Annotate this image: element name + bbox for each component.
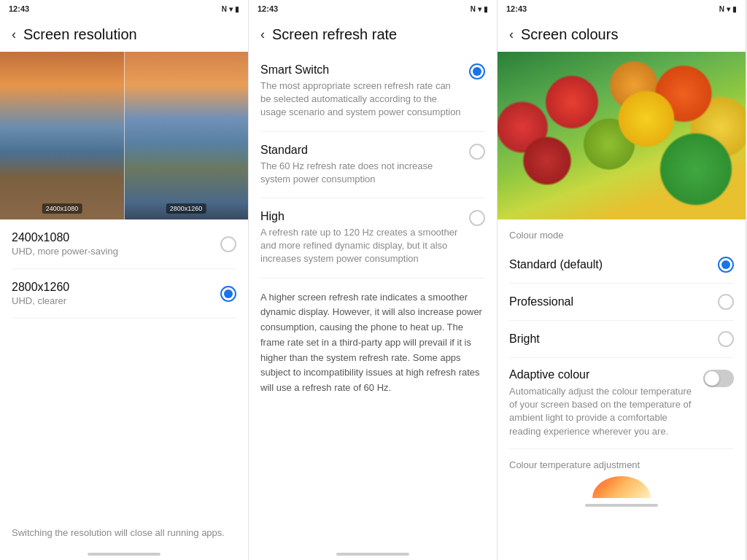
time-1: 12:43	[9, 4, 29, 13]
wifi-icon: ▾	[229, 5, 233, 13]
refresh-opt-desc-2: A refresh rate up to 120 Hz creates a sm…	[260, 226, 462, 266]
res-sub-1: UHD, clearer	[12, 295, 69, 306]
refresh-text-0: Smart Switch The most appropriate screen…	[260, 63, 462, 120]
colour-option-0[interactable]: Standard (default)	[509, 246, 734, 284]
resolution-preview: 2400x1080 2800x1260	[0, 52, 248, 219]
refresh-opt-title-1: Standard	[260, 144, 462, 157]
image-divider	[124, 52, 125, 219]
status-bar-3: 12:43 N ▾ ▮	[498, 0, 746, 18]
adaptive-title: Adaptive colour	[509, 368, 694, 381]
adaptive-desc: Automatically adjust the colour temperat…	[509, 385, 694, 438]
refresh-header: ‹ Screen refresh rate	[249, 18, 497, 52]
toggle-knob	[705, 371, 719, 386]
back-button-3[interactable]: ‹	[509, 27, 514, 42]
resolution-note: Switching the resolution will close all …	[0, 518, 248, 547]
refresh-opt-title-0: Smart Switch	[260, 63, 462, 77]
wifi-icon-3: ▾	[727, 5, 730, 13]
screen-refresh-panel: 12:43 N ▾ ▮ ‹ Screen refresh rate Smart …	[249, 0, 498, 560]
refresh-option-1[interactable]: Standard The 60 Hz refresh rate does not…	[260, 132, 485, 198]
status-icons-3: N ▾ ▮	[719, 5, 737, 13]
network-icon-2: N	[471, 5, 476, 13]
refresh-option-0[interactable]: Smart Switch The most appropriate screen…	[260, 52, 485, 132]
res-sub-0: UHD, more power-saving	[12, 246, 118, 257]
res-label-group-1: 2800x1260 UHD, clearer	[12, 281, 69, 306]
screen-colours-panel: 12:43 N ▾ ▮ ‹ Screen colours Colour mode…	[498, 0, 746, 560]
battery-icon-3: ▮	[732, 5, 737, 13]
network-icon-3: N	[719, 5, 724, 13]
battery-icon: ▮	[235, 5, 239, 13]
res-label-right: 2800x1260	[166, 203, 206, 214]
refresh-content: Smart Switch The most appropriate screen…	[249, 52, 497, 547]
colour-opt-name-0: Standard (default)	[509, 258, 603, 271]
resolution-options: 2400x1080 UHD, more power-saving 2800x12…	[0, 219, 248, 518]
refresh-text-1: Standard The 60 Hz refresh rate does not…	[260, 144, 462, 186]
wifi-icon-2: ▾	[478, 5, 481, 13]
colours-options: Colour mode Standard (default) Professio…	[498, 219, 746, 498]
refresh-option-2[interactable]: High A refresh rate up to 120 Hz creates…	[260, 198, 485, 279]
colour-temp-label: Colour temperature adjustment	[509, 449, 734, 476]
colour-opt-name-1: Professional	[509, 295, 573, 308]
time-2: 12:43	[258, 4, 278, 13]
fruit-image	[498, 52, 746, 219]
back-button-2[interactable]: ‹	[260, 27, 265, 42]
res-title-1: 2800x1260	[12, 281, 69, 294]
colour-radio-0[interactable]	[718, 257, 734, 273]
refresh-opt-desc-0: The most appropriate screen refresh rate…	[260, 79, 462, 120]
status-bar-2: 12:43 N ▾ ▮	[249, 0, 497, 18]
colour-radio-inner-0	[721, 260, 730, 269]
adaptive-text: Adaptive colour Automatically adjust the…	[509, 368, 694, 438]
refresh-radio-2[interactable]	[469, 210, 485, 226]
refresh-radio-1[interactable]	[469, 144, 485, 160]
resolution-image-right: 2800x1260	[124, 52, 248, 219]
colour-radio-1[interactable]	[718, 294, 734, 310]
status-bar-1: 12:43 N ▾ ▮	[0, 0, 248, 18]
home-indicator-1	[88, 553, 160, 556]
radio-0[interactable]	[220, 236, 236, 252]
radio-1[interactable]	[220, 286, 236, 302]
res-label-left: 2400x1080	[42, 203, 82, 214]
bottom-bar-2	[249, 547, 497, 560]
bottom-bar-3	[498, 498, 746, 511]
screen-resolution-panel: 12:43 N ▾ ▮ ‹ Screen resolution 2400x108…	[0, 0, 249, 560]
refresh-opt-desc-1: The 60 Hz refresh rate does not increase…	[260, 160, 462, 186]
status-icons-2: N ▾ ▮	[471, 5, 488, 13]
colours-title: Screen colours	[521, 26, 618, 43]
home-indicator-3	[585, 504, 658, 507]
back-button-1[interactable]: ‹	[12, 27, 16, 42]
colours-image	[498, 52, 746, 219]
resolution-header: ‹ Screen resolution	[0, 18, 248, 52]
resolution-title: Screen resolution	[23, 26, 137, 43]
refresh-title: Screen refresh rate	[272, 26, 397, 43]
adaptive-row: Adaptive colour Automatically adjust the…	[509, 368, 734, 438]
colour-opt-name-2: Bright	[509, 332, 540, 346]
res-label-group-0: 2400x1080 UHD, more power-saving	[12, 231, 118, 257]
refresh-text-2: High A refresh rate up to 120 Hz creates…	[260, 210, 462, 266]
refresh-radio-inner-0	[473, 67, 481, 76]
colour-mode-label: Colour mode	[509, 219, 734, 246]
colours-header: ‹ Screen colours	[498, 18, 746, 52]
resolution-option-1[interactable]: 2800x1260 UHD, clearer	[12, 269, 236, 319]
colour-radio-2[interactable]	[718, 331, 734, 347]
status-icons-1: N ▾ ▮	[222, 5, 239, 13]
time-3: 12:43	[506, 4, 527, 13]
network-icon: N	[222, 5, 227, 13]
bottom-bar-1	[0, 547, 248, 560]
battery-icon-2: ▮	[484, 5, 488, 13]
adaptive-toggle[interactable]	[703, 370, 734, 387]
resolution-image-left: 2400x1080	[0, 52, 124, 219]
refresh-opt-title-2: High	[260, 210, 462, 223]
resolution-option-0[interactable]: 2400x1080 UHD, more power-saving	[12, 219, 236, 269]
adaptive-section: Adaptive colour Automatically adjust the…	[509, 358, 734, 449]
colour-option-1[interactable]: Professional	[509, 284, 734, 321]
colour-option-2[interactable]: Bright	[509, 321, 734, 358]
res-title-0: 2400x1080	[12, 231, 118, 244]
refresh-radio-0[interactable]	[469, 63, 485, 79]
refresh-note: A higher screen refresh rate indicates a…	[260, 279, 485, 408]
home-indicator-2	[336, 553, 409, 556]
radio-inner-1	[224, 289, 233, 298]
colour-temp-visual	[592, 476, 651, 498]
